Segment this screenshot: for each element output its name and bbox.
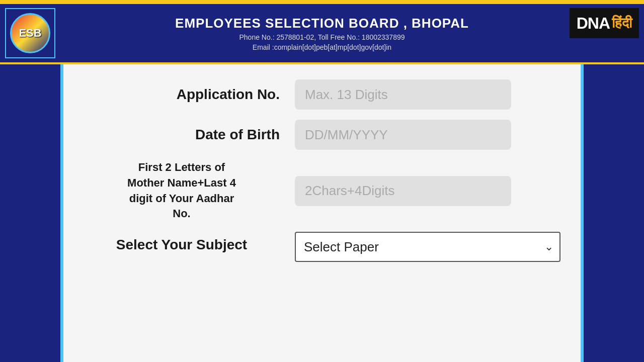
subject-row: Select Your Subject Select Paper Paper 1…: [84, 232, 560, 262]
dna-text: DNA: [577, 14, 610, 33]
top-bar: [0, 0, 644, 4]
select-paper-wrapper: Select Paper Paper 1 Paper 2 Paper 3 ⌄: [295, 232, 560, 262]
dob-label: Date of Birth: [84, 127, 295, 143]
dob-row: Date of Birth: [84, 120, 560, 150]
subject-label: Select Your Subject: [84, 232, 295, 253]
application-no-input[interactable]: [295, 79, 511, 110]
header: ESB EMPLOYEES SELECTION BOARD , BHOPAL P…: [0, 4, 644, 64]
esb-logo: ESB: [5, 8, 55, 58]
aadhar-row: First 2 Letters ofMother Name+Last 4digi…: [84, 160, 560, 222]
aadhar-input[interactable]: [295, 176, 511, 206]
aadhar-label: First 2 Letters ofMother Name+Last 4digi…: [84, 160, 295, 222]
select-paper-dropdown[interactable]: Select Paper Paper 1 Paper 2 Paper 3: [295, 232, 560, 262]
logo-circle: ESB: [10, 13, 50, 53]
email-info: Email :complain[dot]peb[at]mp[dot]gov[do…: [175, 43, 469, 51]
header-center: EMPLOYEES SELECTION BOARD , BHOPAL Phone…: [175, 16, 469, 51]
application-no-label: Application No.: [84, 86, 295, 103]
dna-hindi: हिंदी: [612, 15, 632, 32]
phone-info: Phone No.: 2578801-02, Toll Free No.: 18…: [175, 33, 469, 41]
dob-input[interactable]: [295, 120, 511, 150]
org-name: EMPLOYEES SELECTION BOARD , BHOPAL: [175, 16, 469, 31]
main-form: Application No. Date of Birth First 2 Le…: [60, 64, 584, 362]
dna-logo: DNA हिंदी: [570, 8, 639, 38]
application-no-row: Application No.: [84, 79, 560, 110]
